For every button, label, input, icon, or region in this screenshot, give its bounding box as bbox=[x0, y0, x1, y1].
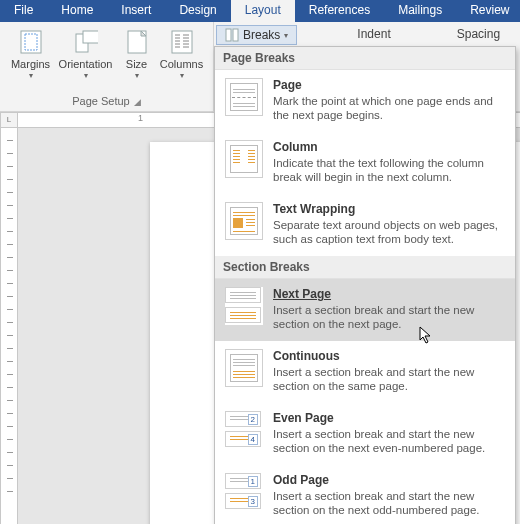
svg-rect-17 bbox=[233, 29, 238, 41]
tab-file[interactable]: File bbox=[0, 0, 47, 22]
breaks-icon bbox=[225, 28, 239, 42]
menu-item-desc: Insert a section break and start the new… bbox=[273, 303, 505, 331]
size-label: Size bbox=[126, 58, 147, 70]
group-label-page-setup: Page Setup◢ bbox=[72, 95, 141, 109]
indent-label: Indent bbox=[357, 27, 390, 41]
chevron-down-icon: ▾ bbox=[135, 71, 139, 80]
chevron-down-icon: ▾ bbox=[284, 31, 288, 40]
page-break-icon bbox=[225, 78, 263, 116]
margins-button[interactable]: Margins ▾ bbox=[9, 26, 53, 80]
menu-item-even-page[interactable]: 2 4 Even Page Insert a section break and… bbox=[215, 403, 515, 465]
tab-layout[interactable]: Layout bbox=[231, 0, 295, 22]
chevron-down-icon: ▾ bbox=[180, 71, 184, 80]
menu-item-next-page[interactable]: Next Page Insert a section break and sta… bbox=[215, 279, 515, 341]
dropdown-header-page-breaks: Page Breaks bbox=[215, 47, 515, 70]
menu-item-desc: Indicate that the text following the col… bbox=[273, 156, 505, 184]
margins-label: Margins bbox=[11, 58, 50, 70]
tab-design[interactable]: Design bbox=[165, 0, 230, 22]
svg-rect-16 bbox=[226, 29, 231, 41]
tab-review[interactable]: Review bbox=[456, 0, 520, 22]
even-page-icon: 2 4 bbox=[225, 411, 263, 449]
ruler-corner[interactable]: L bbox=[0, 112, 18, 128]
dialog-launcher-icon[interactable]: ◢ bbox=[134, 97, 141, 107]
size-button[interactable]: Size ▾ bbox=[119, 26, 155, 80]
continuous-icon bbox=[225, 349, 263, 387]
dropdown-header-section-breaks: Section Breaks bbox=[215, 256, 515, 279]
menu-item-title: Odd Page bbox=[273, 473, 505, 487]
menu-item-desc: Insert a section break and start the new… bbox=[273, 365, 505, 393]
menu-item-odd-page[interactable]: 1 3 Odd Page Insert a section break and … bbox=[215, 465, 515, 524]
spacing-label: Spacing bbox=[457, 27, 500, 41]
tab-insert[interactable]: Insert bbox=[107, 0, 165, 22]
menu-item-desc: Mark the point at which one page ends an… bbox=[273, 94, 505, 122]
menu-item-continuous[interactable]: Continuous Insert a section break and st… bbox=[215, 341, 515, 403]
text-wrapping-icon bbox=[225, 202, 263, 240]
tab-mailings[interactable]: Mailings bbox=[384, 0, 456, 22]
menu-item-desc: Insert a section break and start the new… bbox=[273, 427, 505, 455]
vertical-ruler[interactable] bbox=[0, 128, 18, 524]
breaks-dropdown: Page Breaks Page Mark the point at which… bbox=[214, 46, 516, 524]
orientation-label: Orientation bbox=[59, 58, 113, 70]
tab-references[interactable]: References bbox=[295, 0, 384, 22]
menu-item-title: Even Page bbox=[273, 411, 505, 425]
menu-item-desc: Insert a section break and start the new… bbox=[273, 489, 505, 517]
menu-item-title: Continuous bbox=[273, 349, 505, 363]
svg-rect-3 bbox=[83, 31, 98, 43]
menu-item-column[interactable]: Column Indicate that the text following … bbox=[215, 132, 515, 194]
size-icon bbox=[125, 30, 149, 54]
column-break-icon bbox=[225, 140, 263, 178]
breaks-label: Breaks bbox=[243, 28, 280, 42]
orientation-button[interactable]: Orientation ▾ bbox=[57, 26, 115, 80]
menu-item-text-wrapping[interactable]: Text Wrapping Separate text around objec… bbox=[215, 194, 515, 256]
tab-home[interactable]: Home bbox=[47, 0, 107, 22]
chevron-down-icon: ▾ bbox=[84, 71, 88, 80]
odd-page-icon: 1 3 bbox=[225, 473, 263, 511]
columns-icon bbox=[170, 30, 194, 54]
breaks-button[interactable]: Breaks ▾ bbox=[216, 25, 297, 45]
columns-label: Columns bbox=[160, 58, 203, 70]
menu-item-title: Next Page bbox=[273, 287, 505, 301]
chevron-down-icon: ▾ bbox=[29, 71, 33, 80]
menu-item-desc: Separate text around objects on web page… bbox=[273, 218, 505, 246]
columns-button[interactable]: Columns ▾ bbox=[159, 26, 205, 80]
margins-icon bbox=[19, 30, 43, 54]
menu-item-title: Column bbox=[273, 140, 505, 154]
ribbon-tabs: File Home Insert Design Layout Reference… bbox=[0, 0, 520, 22]
next-page-icon bbox=[225, 287, 263, 325]
menu-item-page[interactable]: Page Mark the point at which one page en… bbox=[215, 70, 515, 132]
menu-item-title: Text Wrapping bbox=[273, 202, 505, 216]
group-page-setup: Margins ▾ Orientation ▾ Size ▾ bbox=[0, 22, 214, 111]
menu-item-title: Page bbox=[273, 78, 505, 92]
orientation-icon bbox=[74, 30, 98, 54]
ruler-mark: 1 bbox=[138, 113, 149, 123]
svg-rect-5 bbox=[172, 31, 192, 53]
